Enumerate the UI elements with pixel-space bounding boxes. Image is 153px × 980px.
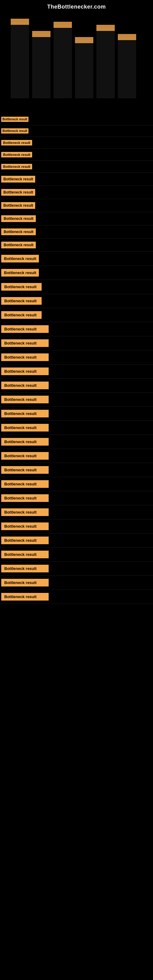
bottleneck-row: Bottleneck result (0, 125, 153, 137)
bottleneck-row: Bottleneck result (0, 590, 153, 604)
bottleneck-row: Bottleneck result (0, 173, 153, 186)
bottleneck-result-label: Bottleneck result (1, 189, 35, 196)
svg-rect-2 (54, 25, 72, 98)
bottleneck-result-label: Bottleneck result (1, 536, 49, 544)
bottleneck-result-label: Bottleneck result (1, 452, 49, 460)
bottleneck-row: Bottleneck result (0, 533, 153, 547)
bottleneck-result-label: Bottleneck result (1, 353, 49, 361)
bottleneck-result-label: Bottleneck result (1, 176, 35, 183)
bottleneck-result-label: Bottleneck result (1, 382, 49, 389)
bottleneck-result-label: Bottleneck result (1, 480, 49, 488)
results-container: Bottleneck resultBottleneck resultBottle… (0, 114, 153, 604)
bottleneck-row: Bottleneck result (0, 364, 153, 379)
bottleneck-result-label: Bottleneck result (1, 508, 49, 516)
bottleneck-row: Bottleneck result (0, 576, 153, 590)
svg-rect-4 (96, 28, 115, 98)
svg-rect-9 (75, 37, 93, 43)
bottleneck-row: Bottleneck result (0, 212, 153, 225)
bottleneck-result-label: Bottleneck result (1, 396, 49, 403)
bottleneck-result-label: Bottleneck result (1, 579, 49, 587)
svg-rect-11 (118, 34, 136, 40)
bottleneck-result-label: Bottleneck result (1, 522, 49, 530)
bottleneck-row: Bottleneck result (0, 149, 153, 161)
bottleneck-row: Bottleneck result (0, 421, 153, 435)
bottleneck-row: Bottleneck result (0, 186, 153, 199)
bottleneck-row: Bottleneck result (0, 161, 153, 173)
bottleneck-result-label: Bottleneck result (1, 311, 41, 319)
bottleneck-result-label: Bottleneck result (1, 593, 49, 601)
bottleneck-row: Bottleneck result (0, 477, 153, 491)
bottleneck-row: Bottleneck result (0, 449, 153, 463)
bottleneck-row: Bottleneck result (0, 336, 153, 350)
bottleneck-row: Bottleneck result (0, 280, 153, 294)
bottleneck-result-label: Bottleneck result (1, 466, 49, 474)
bottleneck-result-label: Bottleneck result (1, 339, 49, 347)
bottleneck-row: Bottleneck result (0, 379, 153, 393)
bottleneck-result-label: Bottleneck result (1, 255, 39, 262)
bottleneck-row: Bottleneck result (0, 435, 153, 449)
chart-area (0, 16, 153, 114)
bottleneck-result-label: Bottleneck result (1, 494, 49, 502)
svg-rect-10 (96, 25, 115, 31)
bottleneck-row: Bottleneck result (0, 562, 153, 576)
bottleneck-row: Bottleneck result (0, 322, 153, 336)
bottleneck-row: Bottleneck result (0, 463, 153, 477)
bottleneck-row: Bottleneck result (0, 393, 153, 407)
bottleneck-row: Bottleneck result (0, 505, 153, 519)
bottleneck-result-label: Bottleneck result (1, 565, 49, 573)
bottleneck-row: Bottleneck result (0, 252, 153, 266)
bottleneck-row: Bottleneck result (0, 308, 153, 322)
bottleneck-row: Bottleneck result (0, 225, 153, 239)
bottleneck-row: Bottleneck result (0, 199, 153, 212)
bottleneck-row: Bottleneck result (0, 239, 153, 252)
site-title: TheBottlenecker.com (0, 0, 153, 13)
bottleneck-result-label: Bottleneck result (1, 297, 41, 305)
bottleneck-row: Bottleneck result (0, 407, 153, 421)
bottleneck-row: Bottleneck result (0, 350, 153, 364)
bottleneck-row: Bottleneck result (0, 519, 153, 533)
bottleneck-result-label: Bottleneck result (1, 368, 49, 375)
bottleneck-result-label: Bottleneck result (1, 242, 36, 248)
bottleneck-row: Bottleneck result (0, 266, 153, 280)
svg-rect-3 (75, 40, 93, 98)
bottleneck-result-label: Bottleneck result (1, 283, 41, 291)
svg-rect-6 (11, 19, 29, 25)
bottleneck-result-label: Bottleneck result (1, 152, 32, 158)
bottleneck-result-label: Bottleneck result (1, 229, 36, 235)
bottleneck-result-label: Bottleneck result (1, 117, 29, 122)
svg-rect-7 (32, 31, 51, 37)
bottleneck-result-label: Bottleneck result (1, 140, 32, 145)
bottleneck-result-label: Bottleneck result (1, 269, 39, 277)
bottleneck-row: Bottleneck result (0, 137, 153, 149)
svg-rect-5 (118, 37, 136, 98)
svg-rect-1 (32, 34, 51, 98)
bottleneck-result-label: Bottleneck result (1, 128, 29, 134)
bottleneck-result-label: Bottleneck result (1, 410, 49, 417)
bottleneck-row: Bottleneck result (0, 294, 153, 308)
bottleneck-result-label: Bottleneck result (1, 202, 35, 209)
svg-rect-0 (11, 22, 29, 98)
bottleneck-result-label: Bottleneck result (1, 424, 49, 431)
bottleneck-row: Bottleneck result (0, 491, 153, 505)
bottleneck-result-label: Bottleneck result (1, 215, 36, 222)
bottleneck-row: Bottleneck result (0, 114, 153, 125)
bottleneck-row: Bottleneck result (0, 547, 153, 562)
bottleneck-result-label: Bottleneck result (1, 550, 49, 558)
bottleneck-result-label: Bottleneck result (1, 325, 49, 333)
bottleneck-result-label: Bottleneck result (1, 164, 32, 169)
svg-rect-8 (54, 22, 72, 28)
bottleneck-result-label: Bottleneck result (1, 438, 49, 445)
